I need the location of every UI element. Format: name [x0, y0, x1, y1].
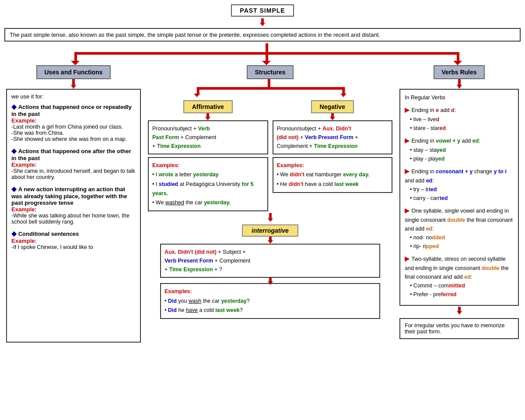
neg-ex-1: • We didn't eat hamburger every day. — [277, 170, 388, 179]
affirmative-formula: Pronoun/subject + Verb Past Form + Compl… — [148, 120, 268, 154]
rule-2-bullet-1: • stay – stayed — [410, 146, 514, 154]
title-arrow — [4, 18, 521, 26]
uses-header-section: Uses and Functions — [6, 65, 141, 89]
rule-4: ▶ One syllable, single vowel and ending … — [405, 205, 514, 251]
aff-formula-arrow — [205, 113, 210, 120]
interrogative-examples: Examples: • Did you wash the car yesterd… — [160, 283, 380, 319]
svg-rect-10 — [72, 79, 75, 85]
aff-ex-3: • We washed the car yesterday. — [152, 198, 264, 207]
example-label-3: Example: — [11, 206, 136, 213]
d-text: d — [451, 107, 455, 113]
ed3-text: ed — [426, 226, 433, 232]
use-title-1: Actions that happened once or repeatedly… — [11, 104, 132, 117]
aff-ex-1: • I wrote a letter yesterday — [152, 170, 264, 179]
double2-text: double — [482, 265, 500, 271]
rule-1: ▶ Ending in e add d: • live – lived • st… — [405, 105, 514, 133]
negative-formula: Pronoun/subject + Aux. Didn't (did not) … — [273, 120, 393, 154]
example-text-3a: -While she was talking about her home to… — [11, 213, 136, 225]
rule-arrow-4: ▶ — [405, 206, 410, 214]
three-column-layout: Uses and Functions we use it for: ◆ Acti… — [4, 65, 521, 343]
use-title-4: Conditional sentences — [18, 231, 79, 237]
example-text-1b: -She was from China. — [11, 130, 136, 136]
negative-col: Negative Pronoun/subject + Aux. Didn't (… — [273, 100, 393, 211]
svg-rect-22 — [331, 113, 334, 117]
rule-3-bullet-1: • try – tried — [410, 185, 514, 194]
col-right: Verbs Rules In Regular Verbs ▶ Ending in… — [396, 65, 521, 343]
aff-ex-2: • I studied at Pedagógica University for… — [152, 180, 264, 199]
neg-formula-1: Pronoun/subject + Aux. Didn't — [277, 126, 351, 132]
affirmative-header: Affirmative — [183, 100, 233, 113]
interrog-formula-3: + Time Expression + ? — [164, 266, 222, 273]
neg-examples-label: Examples: — [277, 161, 388, 170]
title-section: PAST SIMPLE — [4, 4, 521, 17]
rule-2: ▶ Ending in vowel + y add ed: • stay – s… — [405, 135, 514, 163]
verbs-content-box: In Regular Verbs ▶ Ending in e add d: • … — [399, 89, 519, 306]
rule-4-bullet-2: • rip- ripped — [410, 242, 514, 251]
svg-marker-8 — [262, 61, 271, 65]
neg-formula-2: (did not) + Verb Present Form + — [277, 134, 358, 140]
aff-formula-3: + Time Expression — [152, 143, 201, 149]
svg-marker-21 — [205, 117, 210, 120]
example-text-4a: -If I spoke Chinese, I would like to — [11, 244, 136, 250]
aff-neg-connector — [148, 79, 392, 98]
svg-rect-26 — [269, 237, 272, 240]
main-title: PAST SIMPLE — [231, 4, 294, 17]
affirmative-examples: Examples: • I wrote a letter yesterday •… — [148, 157, 268, 211]
example-label-1: Example: — [11, 117, 136, 124]
svg-marker-33 — [457, 311, 462, 315]
yesterday-text-2: yesterday. — [204, 200, 231, 206]
yesterday-text-3: yesterday — [221, 298, 246, 304]
example-text-1a: -Last month a girl from China joined our… — [11, 124, 136, 130]
ed-text: ed — [472, 138, 479, 144]
svg-marker-18 — [194, 94, 200, 97]
double-text: double — [447, 217, 465, 223]
rule-5-bullet-2: • Prefer - preferred — [410, 290, 514, 299]
svg-rect-4 — [74, 52, 77, 61]
wash-text: wash — [189, 298, 201, 304]
rule-arrow-5: ▶ — [405, 255, 410, 262]
svg-rect-20 — [206, 113, 209, 117]
top-connector-area — [4, 43, 521, 65]
studied-text: studied — [159, 181, 178, 187]
use-item-2: ◆ Actions that happened one after the ot… — [11, 147, 136, 180]
did1-text: Did — [168, 298, 177, 304]
use-title-2: Actions that happened one after the othe… — [11, 148, 131, 161]
example-text-1c: -She showed us where she was from on a m… — [11, 136, 136, 142]
description-box: The past simple tense, also known as the… — [4, 28, 521, 42]
interrogative-formula: Aux. Didn't (did not) + Subject + Verb P… — [160, 244, 380, 278]
connector-svg-top — [4, 43, 525, 65]
aff-neg-row: Affirmative Pronoun/subject + Verb Past … — [148, 100, 392, 211]
col-center: Structures — [144, 65, 396, 343]
uses-arrow-svg — [71, 79, 76, 89]
irregular-box: For irregular verbs you have to memorize… — [399, 318, 519, 339]
svg-marker-19 — [340, 94, 346, 97]
lastweek-text: last week — [334, 181, 359, 187]
irregular-text: For irregular verbs you have to memorize… — [405, 322, 505, 335]
example-text-2a: -She came in, introduced herself, and be… — [11, 168, 136, 180]
rule-arrow-1: ▶ — [405, 106, 410, 113]
svg-marker-31 — [457, 85, 462, 89]
rule-5-bullet-1: • Commit – committed — [410, 281, 514, 290]
aff-formula-1: Pronoun/subject + Verb — [152, 126, 210, 132]
aff-formula-2: Past Form + Complement — [152, 134, 216, 140]
interrog-examples-label: Examples: — [164, 287, 376, 296]
affirmative-col: Affirmative Pronoun/subject + Verb Past … — [148, 100, 268, 211]
svg-marker-7 — [71, 61, 80, 65]
rule-3-bullet-2: • carry - carried — [410, 194, 514, 203]
use-item-1: ◆ Actions that happened once or repeated… — [11, 102, 136, 142]
uses-intro: we use it for: — [11, 93, 136, 100]
use-title-3: A new action interrupting an action that… — [11, 186, 127, 206]
rule-1-bullet-2: • stare - stared — [410, 124, 514, 133]
wrote-text: wrote — [159, 172, 173, 178]
neg-arrow — [340, 92, 346, 98]
interrog-formula-1: Aux. Didn't (did not) + Subject + — [164, 249, 246, 255]
interrog-arrow — [268, 213, 273, 222]
aff-examples-label: Examples: — [152, 161, 264, 170]
svg-rect-12 — [268, 79, 270, 87]
uses-arrow — [71, 79, 76, 89]
have-text: have — [186, 307, 198, 313]
neg-formula-3: Complement + Time Expression — [277, 143, 358, 149]
eat-text: eat — [306, 172, 313, 178]
use-item-4: ◆ Conditional sentences Example: -If I s… — [11, 229, 136, 250]
use-item-3: ◆ A new action interrupting an action th… — [11, 185, 136, 225]
